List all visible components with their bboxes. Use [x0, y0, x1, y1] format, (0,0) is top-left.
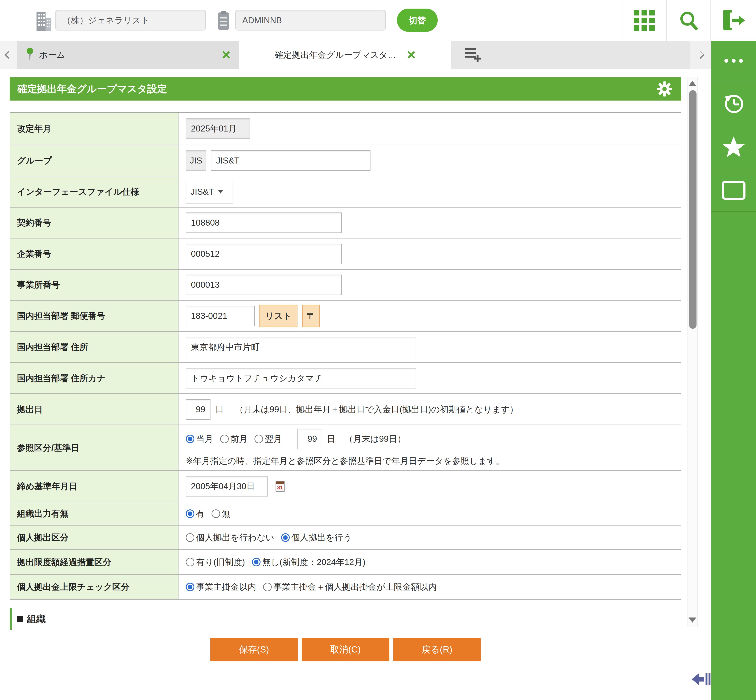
contribution-day-field[interactable]: 99: [186, 399, 210, 420]
search-icon: [678, 10, 699, 31]
form-row: 組織出力有無 有 無: [10, 502, 681, 525]
tab-label: ホーム: [39, 49, 222, 61]
switch-button[interactable]: 切替: [397, 9, 438, 32]
save-button[interactable]: 保存(S): [210, 638, 298, 661]
tab-dc-pension-group-master[interactable]: 確定拠出年金グループマスタ…: [239, 41, 451, 69]
row-label: 個人拠出区分: [10, 525, 179, 549]
section-square-icon: [17, 616, 23, 622]
row-label: インターフェースファイル仕様: [10, 177, 179, 207]
contract-number-field[interactable]: 108808: [186, 212, 342, 233]
history-icon: [722, 92, 745, 114]
cancel-button[interactable]: 取消(C): [302, 638, 390, 661]
radio-option[interactable]: [186, 434, 194, 443]
company-select[interactable]: （株）ジェネラリスト: [55, 10, 206, 31]
row-label: 国内担当部署 住所: [10, 332, 179, 362]
form-row: 契約番号 108808: [10, 208, 681, 239]
form-row: インターフェースファイル仕様 JIS&T: [10, 177, 681, 208]
row-label: グループ: [10, 145, 179, 176]
unit-label: 日: [327, 433, 335, 445]
scroll-down-icon[interactable]: [689, 617, 696, 623]
tabs-scroll-right[interactable]: [690, 41, 711, 69]
more-button[interactable]: [711, 41, 756, 81]
footer-buttons: 保存(S) 取消(C) 戻る(R): [10, 638, 681, 661]
collapse-panel-button[interactable]: [691, 672, 711, 688]
gear-icon[interactable]: [655, 80, 673, 98]
chevron-right-icon: [697, 51, 705, 59]
star-icon: [722, 136, 745, 158]
user-field[interactable]: ADMINNB: [235, 10, 386, 31]
logout-button[interactable]: [711, 0, 756, 41]
radio-option[interactable]: [186, 509, 194, 518]
scrollbar[interactable]: [687, 77, 698, 627]
form-row: グループ JIS JIS&T: [10, 145, 681, 177]
search-button[interactable]: [667, 0, 711, 41]
row-label: 国内担当部署 住所カナ: [10, 363, 179, 394]
form-row: 個人拠出金上限チェック区分 事業主掛金以内 事業主掛金＋個人拠出掛金が上限金額以…: [10, 575, 681, 600]
address-kana-field[interactable]: トウキョウトフチュウシカタマチ: [186, 368, 416, 389]
postal-mark-button[interactable]: 〒: [302, 305, 320, 327]
company-name: （株）ジェネラリスト: [62, 14, 150, 26]
group-name-field[interactable]: JIS&T: [211, 150, 371, 171]
close-icon[interactable]: [407, 50, 416, 59]
postal-list-button[interactable]: リスト: [259, 305, 298, 327]
tabs-scroll-left[interactable]: [0, 41, 17, 69]
history-button[interactable]: [711, 81, 756, 125]
add-list-icon: [464, 46, 483, 63]
tray-button[interactable]: [711, 169, 756, 212]
ellipsis-icon: [725, 59, 743, 63]
radio-option[interactable]: [254, 434, 263, 443]
form-row: 個人拠出区分 個人拠出を行わない 個人拠出を行う: [10, 525, 681, 550]
radio-option[interactable]: [212, 509, 220, 518]
radio-option[interactable]: [220, 434, 229, 443]
group-code-field[interactable]: JIS: [186, 150, 206, 171]
collapse-arrow-icon: [691, 672, 711, 687]
reference-day-field[interactable]: 99: [298, 429, 322, 449]
row-label: 参照区分/基準日: [10, 425, 179, 470]
form-row: 国内担当部署 郵便番号 183-0021 リスト 〒: [10, 301, 681, 332]
scrollbar-thumb[interactable]: [689, 90, 697, 329]
logout-icon: [722, 10, 745, 31]
form-row: 改定年月 2025年01月: [10, 112, 681, 145]
close-icon[interactable]: [222, 50, 231, 59]
field-note: ※年月指定の時、指定年月と参照区分と参照基準日で年月日データを参照します。: [186, 455, 504, 467]
row-label: 組織出力有無: [10, 502, 179, 525]
apps-menu-button[interactable]: [622, 0, 666, 41]
panel-title-bar: 確定拠出年金グループマスタ設定: [10, 77, 681, 100]
top-bar: （株）ジェネラリスト ADMINNB 切替: [0, 0, 756, 41]
row-label: 拠出日: [10, 394, 179, 425]
interface-file-spec-select[interactable]: JIS&T: [186, 180, 233, 203]
section-title: 組織: [27, 613, 46, 625]
radio-option[interactable]: [252, 558, 260, 566]
address-field[interactable]: 東京都府中市片町: [186, 337, 416, 357]
add-tab-button[interactable]: [464, 41, 483, 69]
favorites-button[interactable]: [711, 125, 756, 169]
office-number-field[interactable]: 000013: [186, 275, 342, 295]
row-label: 拠出限度額経過措置区分: [10, 550, 179, 574]
building-icon: [36, 9, 51, 31]
field-note: （月末は99日）: [344, 433, 406, 445]
company-number-field[interactable]: 000512: [186, 244, 342, 264]
revision-month-field[interactable]: 2025年01月: [186, 119, 250, 139]
radio-option[interactable]: [186, 583, 194, 591]
postal-code-field[interactable]: 183-0021: [186, 306, 255, 326]
back-button[interactable]: 戻る(R): [393, 638, 481, 661]
chevron-down-icon: [218, 190, 223, 194]
calendar-icon[interactable]: 31: [276, 481, 285, 492]
app-window: （株）ジェネラリスト ADMINNB 切替: [0, 0, 756, 700]
form-row: 締め基準年月日 2005年04月30日 31: [10, 471, 681, 502]
radio-option[interactable]: [186, 533, 194, 542]
radio-option[interactable]: [263, 583, 272, 591]
tab-home[interactable]: ホーム: [17, 41, 239, 69]
row-label: 企業番号: [10, 239, 179, 269]
closing-date-field[interactable]: 2005年04月30日: [186, 476, 268, 497]
form-row: 参照区分/基準日 当月 前月 翌月 99 日 （月末は99日） ※年月指定の時、…: [10, 425, 681, 471]
side-toolbar: [711, 41, 756, 700]
radio-option[interactable]: [186, 558, 194, 566]
radio-option[interactable]: [281, 533, 290, 542]
row-label: 改定年月: [10, 112, 179, 145]
tray-icon: [722, 181, 745, 200]
form-row: 拠出限度額経過措置区分 有り(旧制度) 無し(新制度：2024年12月): [10, 550, 681, 575]
section-accent-bar: [10, 608, 12, 630]
main-content: 確定拠出年金グループマスタ設定 改定年月 2025年01月: [10, 69, 681, 661]
scroll-up-icon[interactable]: [689, 81, 696, 86]
